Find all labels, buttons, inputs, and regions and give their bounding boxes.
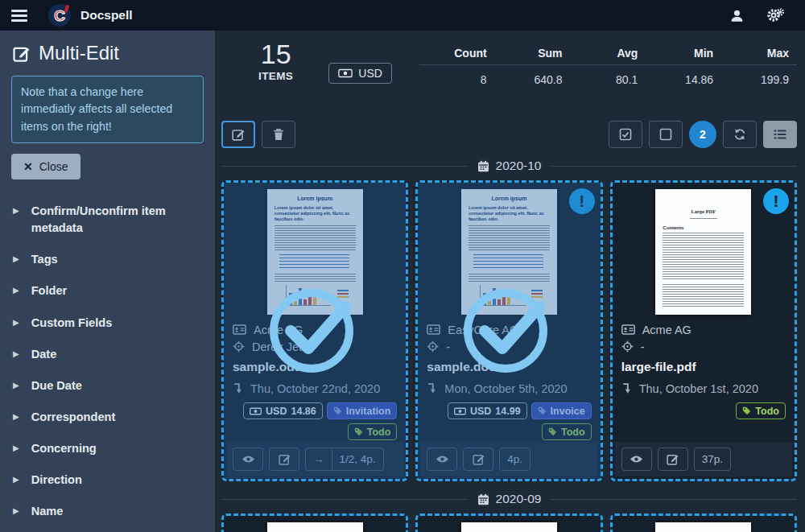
caret-right-icon: ▶ — [13, 318, 19, 327]
card-grid: Keywords in PDF — [221, 513, 797, 532]
preview-page: Keywords in PDF — [267, 522, 363, 532]
deselect-all-button[interactable] — [649, 121, 683, 148]
id-card-icon — [233, 324, 246, 335]
badge-row: USD 14.99 InvoiceTodo — [427, 402, 591, 440]
money-bill-icon — [454, 407, 466, 415]
multi-edit-note: Note that a change here immediatly affec… — [11, 76, 204, 143]
selection-toolbar: 2 — [221, 121, 797, 148]
stats-row: 15 ITEMS USD Count Sum Avg Min Max 8 — [221, 39, 797, 113]
item-card[interactable]: Lorem ipsumLorem ipsum dolor sit amet, c… — [221, 180, 408, 481]
month-header: 2020-09 — [221, 492, 797, 506]
folder-icon — [427, 447, 439, 457]
top-navbar: C Docspell — [0, 0, 805, 31]
edit-selected-button[interactable] — [221, 121, 255, 148]
id-card-icon — [427, 324, 440, 335]
sidebar-section-item[interactable]: ▶ Name — [11, 496, 204, 527]
badge-row: USD 14.86 InvitationTodo — [233, 402, 397, 440]
item-card[interactable]: Lorem ipsumLorem ipsum dolor sit amet, c… — [610, 513, 797, 532]
correspondent-line: Acme AG — [621, 321, 786, 338]
pages-button[interactable]: → 1/2, 4p. — [305, 447, 384, 471]
close-button-label: Close — [39, 160, 68, 173]
calendar-icon — [477, 160, 489, 172]
money-bill-icon — [250, 407, 262, 415]
sidebar-section-item[interactable]: ▶ Tags — [11, 244, 204, 275]
amount-badge: USD 14.86 — [243, 402, 323, 419]
sidebar-section-item[interactable]: ▶ Concerning — [11, 433, 204, 464]
close-button[interactable]: ✕ Close — [11, 154, 80, 179]
tag-icon — [333, 406, 342, 415]
tag-badge: Todo — [736, 402, 786, 419]
item-card[interactable]: ! Lorem ipsumLorem ipsum dolor sit amet,… — [415, 180, 602, 481]
folder-icon — [233, 447, 245, 457]
tag-badge: Todo — [542, 423, 592, 440]
month-group: 2020-09 Keywords in PDF — [221, 492, 797, 532]
edit-item-button[interactable] — [658, 447, 688, 471]
item-groups: 2020-10 Lorem ipsumLorem ipsum dolor sit… — [221, 159, 797, 532]
preview-wrap: Lorem ipsum dolor sit amet, consectetur … — [418, 516, 600, 532]
sidebar-section-item[interactable]: ▶ Correspondent — [11, 402, 204, 433]
app-title: Docspell — [80, 8, 133, 23]
sidebar-section-item[interactable]: ▶ Folder — [11, 275, 204, 307]
folder-value: - — [251, 447, 255, 459]
edit-item-button[interactable] — [269, 447, 299, 471]
view-item-button[interactable] — [621, 447, 652, 471]
stats-header-avg: Avg — [570, 42, 646, 64]
sidebar-section-item[interactable]: ▶ Date — [11, 339, 204, 370]
preview-page: Large PDFContents — [655, 189, 751, 315]
concerning-name: - — [446, 340, 450, 353]
pages-label: 1/2, 4p. — [332, 448, 383, 470]
items-count-label: ITEMS — [258, 70, 293, 82]
pencil-square-icon — [13, 45, 30, 62]
caret-right-icon: ▶ — [13, 443, 19, 452]
stats-table-values: 8 640.8 80.1 14.86 199.9 — [419, 65, 797, 91]
sidebar-section-item[interactable]: ▶ Confirm/Unconfirm item metadata — [11, 196, 204, 244]
items-count: 15 ITEMS — [258, 39, 293, 82]
docspell-logo-icon: C — [48, 4, 71, 27]
caret-right-icon: ▶ — [13, 412, 19, 421]
folder-source-row: - webapp — [427, 444, 591, 460]
item-card[interactable]: ! Large PDFContents Acme AG - — [610, 180, 797, 481]
pages-button[interactable]: 4p. — [499, 447, 530, 471]
view-item-button[interactable] — [427, 447, 457, 471]
preview-page: Lorem ipsumLorem ipsum dolor sit amet, c… — [655, 522, 751, 532]
item-card[interactable]: Keywords in PDF — [221, 513, 408, 532]
tag-icon — [742, 406, 751, 415]
concerning-line: - — [621, 338, 786, 355]
pages-button[interactable]: 37p. — [694, 447, 731, 471]
crosshair-icon — [621, 340, 634, 353]
tag-label: Todo — [561, 427, 585, 438]
app-logo[interactable]: C Docspell — [48, 4, 133, 27]
view-item-button[interactable] — [233, 447, 263, 471]
cogs-icon[interactable] — [766, 8, 784, 23]
stats-header-max: Max — [721, 42, 797, 64]
stats-header-count: Count — [419, 42, 495, 64]
select-all-button[interactable] — [609, 121, 642, 148]
user-icon[interactable] — [730, 9, 744, 23]
card-info: Acme AG - large-file.pdf Thu, October 1s… — [613, 315, 795, 460]
card-footer: 37p. — [615, 442, 792, 476]
level-down-icon — [621, 382, 632, 394]
multi-edit-sidebar: Multi-Edit Note that a change here immed… — [0, 31, 215, 532]
sidebar-section-item[interactable]: ▶ Custom Fields — [11, 307, 204, 339]
edit-item-button[interactable] — [463, 447, 493, 471]
tag-badge: Invoice — [531, 402, 592, 419]
sync-icon-button[interactable] — [723, 121, 757, 148]
card-grid: Lorem ipsumLorem ipsum dolor sit amet, c… — [221, 180, 797, 481]
id-card-icon — [621, 324, 635, 335]
hamburger-icon[interactable] — [11, 10, 27, 22]
check-circle-overlay — [456, 278, 562, 384]
concerning-name: - — [641, 340, 645, 353]
exclamation-circle-icon: ! — [569, 188, 595, 214]
crosshair-icon — [427, 340, 439, 353]
stats-table-header: Count Sum Avg Min Max — [419, 42, 797, 65]
list-view-button[interactable] — [763, 121, 797, 148]
amount-badge: USD 14.99 — [448, 402, 527, 419]
folder-source-row: - webapp — [233, 444, 397, 460]
tag-icon — [354, 427, 363, 436]
sidebar-section-item[interactable]: ▶ Due Date — [11, 370, 204, 402]
sidebar-title-label: Multi-Edit — [39, 42, 119, 64]
sidebar-section-item[interactable]: ▶ Direction — [11, 464, 204, 496]
delete-selected-button[interactable] — [262, 121, 295, 148]
correspondent-name: Acme AG — [642, 324, 691, 336]
item-card[interactable]: Lorem ipsum dolor sit amet, consectetur … — [415, 513, 602, 532]
